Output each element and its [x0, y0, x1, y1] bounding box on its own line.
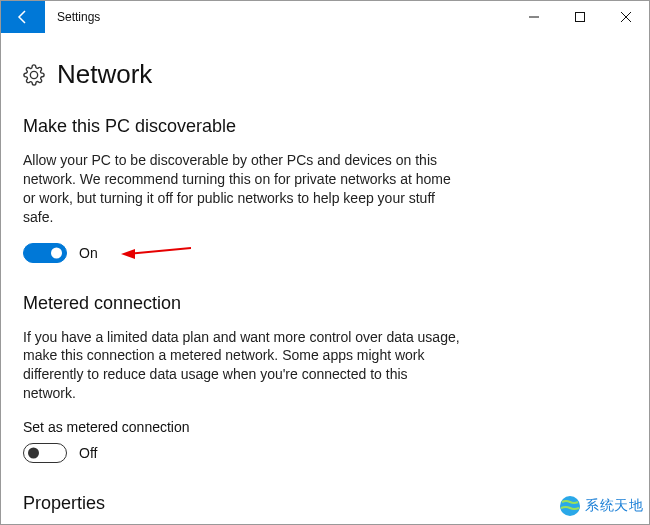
- svg-marker-5: [121, 249, 135, 259]
- toggle-label-discoverable: On: [79, 245, 98, 261]
- toggle-metered[interactable]: [23, 443, 67, 463]
- page-title: Network: [57, 59, 152, 90]
- watermark-text: 系统天地: [585, 497, 643, 515]
- maximize-icon: [575, 12, 585, 22]
- watermark: 系统天地: [558, 494, 643, 518]
- svg-rect-1: [576, 13, 585, 22]
- toggle-discoverable[interactable]: [23, 243, 67, 263]
- page-header: Network: [23, 59, 627, 90]
- minimize-button[interactable]: [511, 1, 557, 33]
- content-area: Network Make this PC discoverable Allow …: [1, 33, 649, 514]
- section-desc-metered: If you have a limited data plan and want…: [23, 328, 463, 404]
- section-title-metered: Metered connection: [23, 293, 627, 314]
- section-title-properties: Properties: [23, 493, 627, 514]
- gear-icon: [23, 64, 45, 86]
- toggle-knob: [28, 448, 39, 459]
- maximize-button[interactable]: [557, 1, 603, 33]
- section-desc-discoverable: Allow your PC to be discoverable by othe…: [23, 151, 463, 227]
- close-icon: [621, 12, 631, 22]
- section-title-discoverable: Make this PC discoverable: [23, 116, 627, 137]
- metered-sub-label: Set as metered connection: [23, 419, 627, 435]
- globe-icon: [558, 494, 582, 518]
- window-title: Settings: [45, 1, 511, 33]
- svg-line-4: [127, 248, 191, 254]
- close-button[interactable]: [603, 1, 649, 33]
- toggle-row-metered: Off: [23, 443, 627, 463]
- annotation-arrow-icon: [121, 246, 191, 262]
- toggle-label-metered: Off: [79, 445, 97, 461]
- back-button[interactable]: [1, 1, 45, 33]
- minimize-icon: [529, 12, 539, 22]
- titlebar: Settings: [1, 1, 649, 33]
- toggle-knob: [51, 247, 62, 258]
- window-controls: [511, 1, 649, 33]
- svg-point-6: [560, 496, 580, 516]
- arrow-left-icon: [15, 9, 31, 25]
- toggle-row-discoverable: On: [23, 243, 627, 263]
